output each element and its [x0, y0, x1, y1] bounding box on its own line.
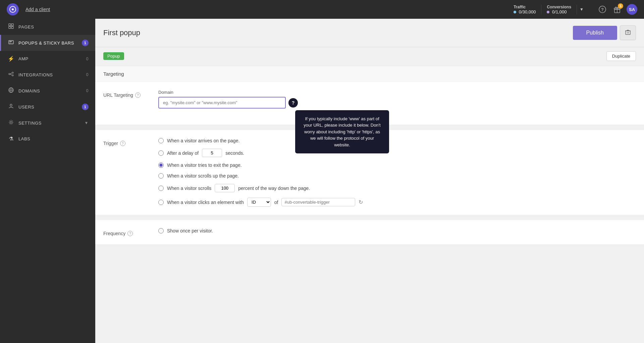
trigger-scrollsup-radio[interactable]: [158, 173, 164, 179]
sidebar-item-pages[interactable]: PAGES: [0, 19, 95, 35]
sidebar-item-integrations[interactable]: INTEGRATIONS 0: [0, 67, 95, 83]
trigger-scrollpct-input[interactable]: [215, 184, 235, 192]
svg-rect-13: [9, 43, 11, 43]
domain-input[interactable]: [158, 97, 286, 109]
traffic-stat: Traffic 0/30,000: [508, 5, 541, 14]
domain-tooltip: If you typically include 'www' as part o…: [295, 110, 389, 154]
content-area: First popup Publish Popup Duplicate: [95, 19, 644, 343]
trigger-exit-radio[interactable]: [158, 162, 164, 168]
sidebar-amp-label: AMP: [18, 56, 82, 61]
svg-line-18: [10, 74, 12, 75]
integrations-count: 0: [86, 72, 89, 77]
popup-type-badge: Popup: [103, 52, 124, 60]
trigger-scrollsup-label: When a visitor scrolls up the page.: [167, 173, 239, 179]
sidebar-item-labs[interactable]: ⚗ LABS: [0, 131, 95, 147]
page-title: First popup: [103, 28, 573, 37]
sidebar: PAGES POPUPS & STICKY BARS 1 ⚡ AMP 0: [0, 19, 95, 343]
frequency-once-radio[interactable]: [158, 228, 164, 233]
refresh-icon[interactable]: ↻: [359, 199, 363, 205]
svg-point-15: [12, 72, 13, 73]
trigger-clicks-radio[interactable]: [158, 200, 164, 205]
sidebar-users-label: USERS: [18, 105, 78, 110]
trigger-delay-input[interactable]: [202, 149, 222, 157]
settings-icon: [8, 120, 14, 126]
sidebar-item-users[interactable]: USERS 1: [0, 99, 95, 115]
sidebar-domains-label: DOMAINS: [18, 88, 82, 93]
trigger-clicks-input[interactable]: [281, 198, 355, 206]
targeting-body: URL Targeting ? Domain ? If you typicall…: [95, 82, 644, 125]
sidebar-item-popups[interactable]: POPUPS & STICKY BARS 1: [0, 35, 95, 51]
frequency-label: Frequency ?: [103, 228, 150, 236]
frequency-once-option[interactable]: Show once per visitor.: [158, 228, 636, 233]
trigger-arrives-radio[interactable]: [158, 138, 164, 143]
trigger-delay-prefix: After a delay of: [167, 150, 199, 156]
publish-button[interactable]: Publish: [573, 26, 617, 40]
sidebar-integrations-label: INTEGRATIONS: [18, 72, 82, 77]
sidebar-item-settings[interactable]: SETTINGS ▼: [0, 115, 95, 131]
domains-icon: [8, 87, 14, 94]
frequency-row: Frequency ? Show once per visitor.: [103, 228, 636, 236]
trigger-clicks-select[interactable]: ID Class: [247, 198, 271, 207]
add-client-link[interactable]: Add a client: [25, 7, 50, 12]
traffic-dot: [514, 11, 516, 13]
trigger-scrollsdown-suffix: percent of the way down the page.: [238, 186, 310, 191]
frequency-help-icon[interactable]: ?: [127, 231, 133, 236]
amp-icon: ⚡: [8, 56, 14, 62]
trigger-arrives-option[interactable]: When a visitor arrives on the page.: [158, 138, 636, 143]
svg-point-1: [12, 8, 14, 10]
svg-rect-11: [9, 41, 13, 44]
trigger-label: Trigger ?: [103, 138, 150, 146]
stats-chevron-icon[interactable]: ▼: [577, 7, 586, 12]
popups-badge: 1: [82, 40, 89, 46]
trigger-scrollsup-option[interactable]: When a visitor scrolls up the page.: [158, 173, 636, 179]
targeting-section: Targeting URL Targeting ? Domain: [95, 66, 644, 125]
trigger-scrollsdown-prefix: When a visitor scrolls: [167, 186, 211, 191]
trigger-clicks-of: of: [274, 200, 278, 205]
domain-info-icon[interactable]: ? If you typically include 'www' as part…: [288, 98, 298, 108]
trigger-clicks-option[interactable]: When a visitor clicks an element with ID…: [158, 198, 636, 207]
users-icon: [8, 104, 14, 110]
url-targeting-content: Domain ? If you typically include 'www' …: [158, 90, 636, 109]
scroll-area: Targeting URL Targeting ? Domain: [95, 61, 644, 343]
svg-rect-10: [11, 26, 13, 28]
domain-label: Domain: [158, 90, 636, 95]
conversions-value: 0/1,000: [547, 9, 567, 14]
duplicate-button[interactable]: Duplicate: [606, 51, 636, 61]
gift-button[interactable]: 5: [612, 4, 623, 15]
user-avatar[interactable]: SA: [627, 4, 637, 15]
topbar-icons: ? 5 SA: [593, 4, 637, 15]
help-icon[interactable]: ?: [597, 4, 608, 15]
svg-rect-8: [11, 24, 13, 26]
frequency-radio-group: Show once per visitor.: [158, 228, 636, 233]
delete-button[interactable]: [620, 25, 636, 40]
sidebar-item-amp[interactable]: ⚡ AMP 0: [0, 51, 95, 67]
svg-line-17: [10, 73, 12, 74]
trigger-exit-option[interactable]: When a visitor tries to exit the page.: [158, 162, 636, 168]
trigger-scrollsdown-radio[interactable]: [158, 186, 164, 191]
url-targeting-row: URL Targeting ? Domain ? If you typicall…: [103, 90, 636, 109]
conversions-label: Conversions: [547, 5, 571, 9]
conversions-stat: Conversions 0/1,000: [541, 5, 577, 14]
settings-chevron-icon: ▼: [85, 121, 89, 125]
conversions-dot: [547, 11, 549, 13]
url-targeting-help-icon[interactable]: ?: [135, 92, 141, 98]
domains-count: 0: [86, 88, 89, 93]
frequency-section: Frequency ? Show once per visitor.: [95, 220, 644, 244]
topbar: Add a client Traffic 0/30,000 Conversion…: [0, 0, 644, 19]
traffic-label: Traffic: [514, 5, 526, 9]
trigger-delay-suffix: seconds.: [225, 150, 244, 156]
svg-point-23: [10, 121, 12, 123]
trigger-scrollsdown-option[interactable]: When a visitor scrolls percent of the wa…: [158, 184, 636, 192]
trigger-help-icon[interactable]: ?: [120, 141, 125, 146]
main-layout: PAGES POPUPS & STICKY BARS 1 ⚡ AMP 0: [0, 19, 644, 343]
svg-text:?: ?: [601, 7, 604, 12]
svg-rect-12: [9, 41, 12, 42]
sidebar-pages-label: PAGES: [18, 24, 89, 29]
sidebar-popups-label: POPUPS & STICKY BARS: [18, 41, 78, 46]
trigger-delay-option[interactable]: After a delay of seconds.: [158, 149, 636, 157]
logo[interactable]: [7, 3, 19, 15]
sidebar-item-domains[interactable]: DOMAINS 0: [0, 83, 95, 99]
trigger-delay-radio[interactable]: [158, 150, 164, 156]
svg-rect-7: [9, 24, 11, 26]
integrations-icon: [8, 71, 14, 78]
